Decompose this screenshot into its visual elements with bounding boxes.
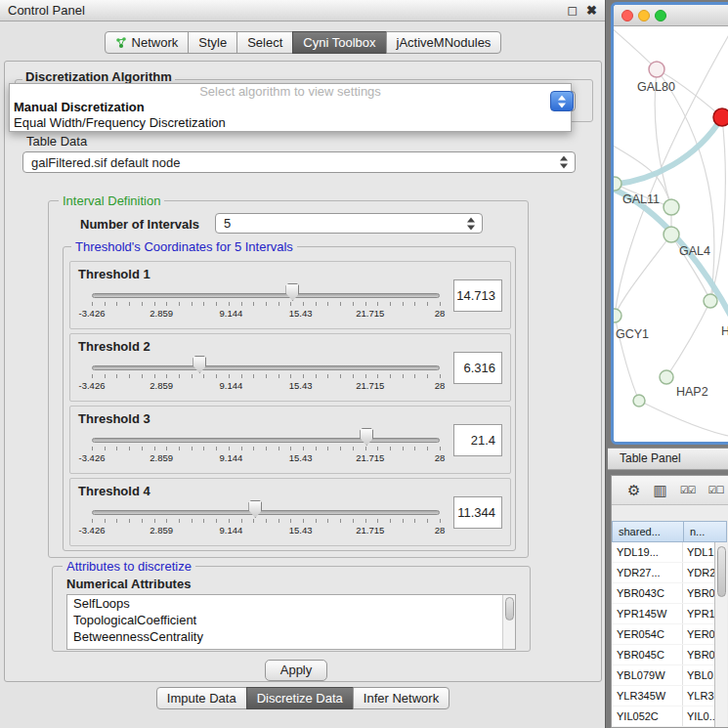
number-of-intervals-combobox[interactable]: 5 — [215, 213, 483, 234]
numerical-attributes-label: Numerical Attributes — [66, 577, 191, 591]
table-scrollbar[interactable] — [714, 542, 727, 727]
threshold-2-slider[interactable]: -3.426 2.859 9.144 15.43 21.715 28 — [92, 360, 440, 395]
slider-thumb[interactable] — [193, 356, 206, 373]
tab-cyni-toolbox[interactable]: Cyni Toolbox — [292, 31, 386, 54]
threshold-4-value-field[interactable]: 11.344 — [453, 496, 502, 529]
scale-label: 21.715 — [356, 308, 384, 319]
list-item[interactable]: TopologicalCoefficient — [67, 612, 515, 628]
column-header-shared[interactable]: shared... — [612, 521, 684, 542]
slider-track[interactable] — [92, 510, 440, 515]
scale-label: 28 — [435, 525, 446, 535]
node-label: GAL80 — [637, 80, 675, 94]
scale-label: 21.715 — [356, 452, 384, 463]
tab-impute-data[interactable]: Impute Data — [156, 687, 247, 709]
tab-label: Network — [132, 35, 179, 50]
mac-close-icon[interactable] — [621, 10, 633, 21]
tab-discretize-data[interactable]: Discretize Data — [246, 687, 354, 709]
apply-button[interactable]: Apply — [265, 660, 327, 681]
table-row[interactable]: YDR27...YDR2... — [612, 563, 714, 583]
numerical-attributes-list[interactable]: SelfLoops TopologicalCoefficient Between… — [66, 594, 516, 650]
network-node-gcy1[interactable] — [614, 309, 621, 322]
table-row[interactable]: YLR345WYLR3... — [612, 686, 714, 707]
network-node-gal80[interactable] — [649, 62, 664, 77]
discretization-algorithm-group-title: Discretization Algorithm — [22, 69, 175, 84]
float-window-icon[interactable]: ◻ — [567, 3, 578, 18]
slider-track[interactable] — [92, 365, 440, 370]
network-view-window: GAL80 GAL11 GAL4 GCY1 HAP2 H — [611, 2, 728, 445]
attributes-group: Attributes to discretize Numerical Attri… — [52, 566, 531, 652]
cell: YBR045C — [612, 645, 682, 664]
threshold-1-slider[interactable]: -3.426 2.859 9.144 15.43 21.715 28 — [92, 287, 440, 322]
tab-select[interactable]: Select — [236, 31, 293, 54]
list-item[interactable]: SelfLoops — [67, 595, 515, 612]
network-node-gal4[interactable] — [664, 227, 679, 242]
scrollbar-thumb[interactable] — [505, 597, 514, 621]
network-node[interactable] — [664, 199, 679, 215]
tab-label: Style — [198, 35, 227, 50]
select-some-checkboxes-icon[interactable]: ☑☐ — [708, 483, 724, 497]
network-node[interactable] — [704, 294, 717, 308]
scale-label: 15.43 — [289, 452, 313, 463]
threshold-3-value-field[interactable]: 21.4 — [453, 424, 502, 456]
network-node-gal11[interactable] — [614, 177, 621, 191]
select-all-checkboxes-icon[interactable]: ☑☑ — [680, 483, 696, 497]
column-header-name[interactable]: n... — [683, 521, 727, 542]
tab-jactivemnodules[interactable]: jActiveMNodules — [386, 31, 502, 54]
mac-zoom-icon[interactable] — [655, 10, 666, 21]
algorithm-option-manual[interactable]: Manual Discretization — [10, 100, 571, 115]
table-row[interactable]: YDL19...YDL1... — [612, 542, 714, 563]
cell: YBR0... — [682, 645, 714, 664]
network-node-selected-red[interactable] — [713, 108, 728, 126]
interval-definition-group: Interval Definition Number of Intervals … — [48, 200, 529, 558]
node-label: HAP2 — [676, 385, 708, 399]
network-nodes[interactable] — [614, 62, 728, 407]
algorithm-option-equal-width[interactable]: Equal Width/Frequency Discretization — [10, 115, 571, 131]
table-row[interactable]: YBL079WYBL0... — [612, 665, 714, 686]
scale-label: 28 — [435, 308, 446, 319]
updown-arrows-icon — [467, 217, 476, 230]
slider-ticks — [92, 519, 441, 523]
slider-thumb[interactable] — [285, 283, 299, 301]
network-window-titlebar[interactable] — [614, 5, 728, 26]
tab-infer-network[interactable]: Infer Network — [353, 687, 450, 709]
scale-label: 9.144 — [220, 452, 243, 463]
network-node-hap2[interactable] — [660, 370, 673, 384]
table-row[interactable]: YER054CYER0... — [612, 624, 714, 645]
slider-thumb[interactable] — [360, 428, 373, 446]
cell: YBR043C — [612, 583, 682, 603]
slider-scale: -3.426 2.859 9.144 15.43 21.715 28 — [92, 525, 440, 536]
network-node[interactable] — [633, 395, 645, 407]
table-row[interactable]: YBR045CYBR0... — [612, 645, 714, 665]
threshold-4-slider[interactable]: -3.426 2.859 9.144 15.43 21.715 28 — [92, 504, 440, 539]
scrollbar-thumb[interactable] — [717, 546, 726, 597]
columns-icon[interactable]: ▥ — [653, 483, 666, 497]
list-item[interactable]: BetweennessCentrality — [67, 628, 515, 645]
algorithm-placeholder-option[interactable]: Select algorithm to view settings — [10, 84, 571, 100]
control-panel-titlebar[interactable]: Control Panel ◻ ✖ — [0, 0, 605, 21]
threshold-2-value-field[interactable]: 6.316 — [453, 352, 502, 384]
mac-minimize-icon[interactable] — [638, 10, 650, 21]
threshold-1-value-field[interactable]: 14.713 — [453, 279, 502, 312]
slider-thumb[interactable] — [248, 500, 262, 518]
gear-icon[interactable]: ⚙ — [627, 483, 640, 497]
tab-network[interactable]: Network — [105, 31, 190, 54]
threshold-4-label: Threshold 4 — [78, 484, 150, 498]
table-data-combobox[interactable]: galFiltered.sif default node — [22, 151, 576, 173]
scale-label: 9.144 — [220, 380, 243, 391]
table-row[interactable]: YIL052CYIL0... — [612, 707, 714, 727]
table-row[interactable]: YPR145WYPR1... — [612, 604, 714, 624]
tab-style[interactable]: Style — [188, 31, 237, 54]
tab-label: Cyni Toolbox — [303, 35, 375, 50]
cell: YIL0... — [682, 707, 714, 726]
slider-track[interactable] — [92, 438, 440, 443]
network-canvas[interactable]: GAL80 GAL11 GAL4 GCY1 HAP2 H — [614, 26, 728, 442]
algorithm-combobox-stepper[interactable] — [550, 91, 574, 111]
close-icon[interactable]: ✖ — [586, 3, 597, 18]
table-panel-header[interactable]: Table Panel — [608, 448, 728, 470]
node-label: GAL4 — [679, 244, 710, 258]
list-scrollbar[interactable] — [502, 595, 515, 649]
threshold-3-slider[interactable]: -3.426 2.859 9.144 15.43 21.715 28 — [92, 432, 440, 467]
table-row[interactable]: YBR043CYBR0... — [612, 583, 714, 604]
scale-label: 2.859 — [150, 525, 173, 535]
slider-track[interactable] — [92, 293, 440, 298]
